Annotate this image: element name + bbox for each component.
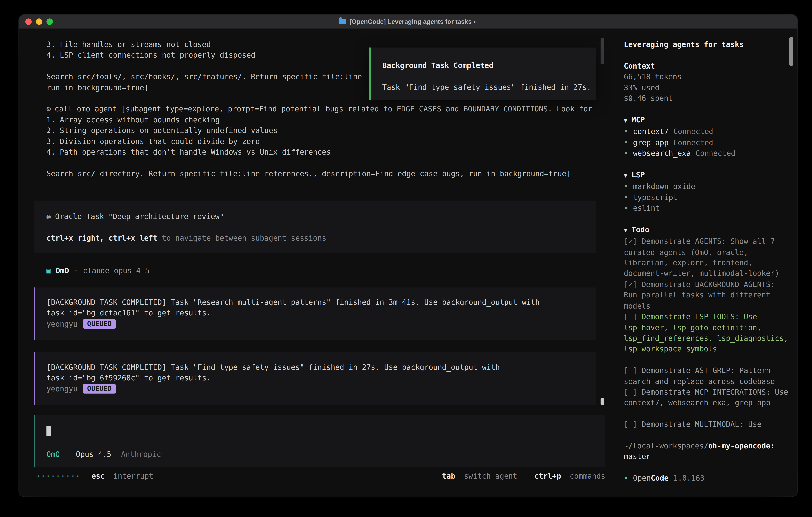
todo-item: [ ] Demonstrate MCP INTEGRATIONS: Use co… <box>624 387 790 408</box>
agent-model: claude-opus-4-5 <box>83 265 150 276</box>
hint-text: to navigate between subagent sessions <box>157 234 326 242</box>
todo-section-header[interactable]: ▼Todo <box>624 224 790 236</box>
blank-line <box>46 158 605 168</box>
mcp-status: Connected <box>696 149 735 157</box>
message-input[interactable]: OmO Opus 4.5 Anthropic <box>34 415 605 467</box>
esc-key-label: interrupt <box>113 472 153 480</box>
oracle-task-icon: ◉ <box>46 212 51 220</box>
subagent-nav-hint: ctrl+x right, ctrl+x left to navigate be… <box>46 233 596 244</box>
background-task-toast: Background Task Completed Task "Find typ… <box>369 48 596 100</box>
session-title: Leveraging agents for tasks <box>624 39 790 50</box>
context-used: 33% used <box>624 82 790 93</box>
window-titlebar[interactable]: [OpenCode] Leveraging agents for tasks ◐ <box>19 15 797 29</box>
bullet-icon: • <box>624 204 628 212</box>
chevron-down-icon: ▼ <box>624 227 627 234</box>
message-line: task_id="bg_6f59260c" to get results. <box>46 373 596 383</box>
tool-call-footer: Search src/ directory. Return specific f… <box>46 168 605 179</box>
input-model-name: Opus 4.5 <box>76 450 111 458</box>
session-sidebar: Leveraging agents for tasks Context 66,5… <box>616 29 797 496</box>
todo-item: [ ] Demonstrate LSP TOOLS: Use lsp_hover… <box>624 311 790 354</box>
main-scrollbar-thumb[interactable] <box>601 38 604 64</box>
lsp-item: •typescript <box>624 192 790 203</box>
message-author: yeongyu <box>46 383 78 394</box>
input-meta-row: OmO Opus 4.5 Anthropic <box>46 449 161 460</box>
status-right: tab switch agent ctrl+p commands <box>442 471 605 482</box>
mcp-section: ▼MCP •context7Connected •grep_appConnect… <box>624 114 790 159</box>
todo-item: [ ] Demonstrate AST-GREP: Pattern search… <box>624 365 790 387</box>
oracle-task-label: Oracle Task "Deep architecture review" <box>55 212 224 220</box>
workspace-branch-line: master <box>624 451 790 462</box>
desktop: [OpenCode] Leveraging agents for tasks ◐… <box>0 0 812 517</box>
chevron-down-icon: ▼ <box>624 117 627 124</box>
tool-call-header: ⚙call_omo_agent [subagent_type=explore, … <box>46 104 605 114</box>
oracle-task-panel: ◉Oracle Task "Deep architecture review" … <box>34 200 596 253</box>
commands-key-hint: ctrl+p <box>534 472 561 480</box>
zoom-window-button[interactable] <box>46 19 53 25</box>
message-meta-row: yeongyu QUEUED <box>46 383 596 394</box>
tab-key-hint: tab <box>442 472 455 480</box>
lsp-item: •markdown-oxide <box>624 181 790 192</box>
mcp-item: •context7Connected <box>624 126 790 137</box>
toast-title: Background Task Completed <box>382 60 596 71</box>
app-name-bold: Code <box>651 474 669 482</box>
version-line: •OpenCode1.0.163 <box>624 473 790 484</box>
app-name: Open <box>633 474 651 482</box>
traffic-lights <box>25 19 53 25</box>
context-tokens: 66,518 tokens <box>624 71 790 82</box>
bullet-icon: • <box>624 182 628 191</box>
todo-section: ▼Todo [✓] Demonstrate AGENTS: Show all 7… <box>624 224 790 430</box>
todo-item: [ ] Demonstrate MULTIMODAL: Use <box>624 419 790 430</box>
mcp-section-header[interactable]: ▼MCP <box>624 114 790 126</box>
lsp-item: •eslint <box>624 202 790 213</box>
esc-key-hint: esc <box>91 472 105 480</box>
bullet-icon: • <box>624 138 628 146</box>
tab-key-label: switch agent <box>464 472 517 480</box>
todo-heading-label: Todo <box>632 225 649 234</box>
main-scrollbar-thumb-bottom[interactable] <box>601 398 604 405</box>
mcp-name: context7 <box>633 127 669 136</box>
spinner-dots: ········· <box>36 472 81 480</box>
input-agent-name: OmO <box>46 450 60 458</box>
terminal-window: [OpenCode] Leveraging agents for tasks ◐… <box>19 15 797 496</box>
workspace-path-line: ~/local-workspaces/oh-my-opencode: <box>624 440 790 451</box>
folder-icon <box>339 19 346 24</box>
tool-call-item: 1. Array access without bounds checking <box>46 114 605 125</box>
workspace-path: ~/local-workspaces/ <box>624 442 708 450</box>
lsp-name: markdown-oxide <box>633 182 695 191</box>
message-line: task_id="bg_dcfac161" to get results. <box>46 308 596 319</box>
mcp-heading-label: MCP <box>632 115 645 124</box>
separator-dot: · <box>74 265 78 276</box>
mcp-name: grep_app <box>633 138 669 146</box>
lsp-name: typescript <box>633 193 677 201</box>
chevron-down-icon: ▼ <box>624 172 627 179</box>
status-left: ········· esc interrupt <box>36 471 153 482</box>
bullet-icon: • <box>624 474 628 482</box>
text-cursor <box>46 426 51 436</box>
mcp-status: Connected <box>673 138 713 146</box>
hint-keys: ctrl+x right, ctrl+x left <box>46 234 157 242</box>
bullet-icon: • <box>624 127 628 136</box>
mcp-item: •websearch_exaConnected <box>624 148 790 159</box>
background-task-message: [BACKGROUND TASK COMPLETED] Task "Resear… <box>34 288 596 340</box>
queued-badge: QUEUED <box>83 319 116 329</box>
message-line: [BACKGROUND TASK COMPLETED] Task "Find t… <box>46 362 596 373</box>
workspace-branch: master <box>624 452 650 461</box>
status-bar: ········· esc interrupt tab switch agent… <box>36 471 605 482</box>
message-meta-row: yeongyu QUEUED <box>46 319 596 329</box>
window-title-text: [OpenCode] Leveraging agents for tasks ◐ <box>350 15 477 29</box>
agent-name: OmO <box>56 265 69 276</box>
workspace-info: ~/local-workspaces/oh-my-opencode: maste… <box>624 440 790 462</box>
bullet-icon: • <box>624 149 628 157</box>
lsp-section-header[interactable]: ▼LSP <box>624 169 790 181</box>
queued-badge: QUEUED <box>83 384 116 393</box>
tool-call-item: 4. Path operations that don't handle Win… <box>46 147 605 158</box>
bullet-icon: • <box>624 193 628 201</box>
context-spent: $0.46 spent <box>624 93 790 104</box>
context-section: Context 66,518 tokens 33% used $0.46 spe… <box>624 61 790 104</box>
window-title: [OpenCode] Leveraging agents for tasks ◐ <box>339 15 477 29</box>
mcp-name: websearch_exa <box>633 149 691 157</box>
gear-icon: ⚙ <box>46 105 51 113</box>
close-window-button[interactable] <box>25 19 32 25</box>
minimize-window-button[interactable] <box>36 19 42 25</box>
workspace-repo: oh-my-opencode: <box>708 442 775 450</box>
